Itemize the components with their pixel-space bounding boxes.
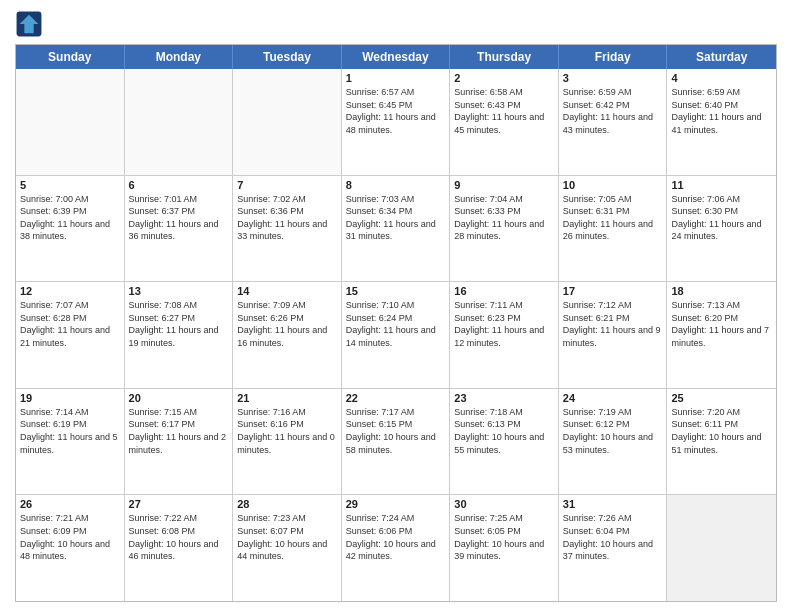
day-info: Sunrise: 7:25 AM Sunset: 6:05 PM Dayligh… [454, 512, 554, 562]
day-info: Sunrise: 7:07 AM Sunset: 6:28 PM Dayligh… [20, 299, 120, 349]
day-cell: 1Sunrise: 6:57 AM Sunset: 6:45 PM Daylig… [342, 69, 451, 175]
day-number: 29 [346, 498, 446, 510]
day-info: Sunrise: 7:11 AM Sunset: 6:23 PM Dayligh… [454, 299, 554, 349]
day-cell: 13Sunrise: 7:08 AM Sunset: 6:27 PM Dayli… [125, 282, 234, 388]
day-number: 3 [563, 72, 663, 84]
day-info: Sunrise: 6:59 AM Sunset: 6:42 PM Dayligh… [563, 86, 663, 136]
day-header-saturday: Saturday [667, 45, 776, 69]
day-header-thursday: Thursday [450, 45, 559, 69]
day-cell: 19Sunrise: 7:14 AM Sunset: 6:19 PM Dayli… [16, 389, 125, 495]
day-number: 1 [346, 72, 446, 84]
day-number: 31 [563, 498, 663, 510]
header [15, 10, 777, 38]
day-number: 28 [237, 498, 337, 510]
day-cell: 31Sunrise: 7:26 AM Sunset: 6:04 PM Dayli… [559, 495, 668, 601]
day-cell [125, 69, 234, 175]
day-info: Sunrise: 7:14 AM Sunset: 6:19 PM Dayligh… [20, 406, 120, 456]
day-info: Sunrise: 7:10 AM Sunset: 6:24 PM Dayligh… [346, 299, 446, 349]
day-cell: 28Sunrise: 7:23 AM Sunset: 6:07 PM Dayli… [233, 495, 342, 601]
calendar-body: 1Sunrise: 6:57 AM Sunset: 6:45 PM Daylig… [16, 69, 776, 601]
day-cell: 17Sunrise: 7:12 AM Sunset: 6:21 PM Dayli… [559, 282, 668, 388]
calendar: SundayMondayTuesdayWednesdayThursdayFrid… [15, 44, 777, 602]
day-cell: 12Sunrise: 7:07 AM Sunset: 6:28 PM Dayli… [16, 282, 125, 388]
day-number: 25 [671, 392, 772, 404]
day-info: Sunrise: 7:24 AM Sunset: 6:06 PM Dayligh… [346, 512, 446, 562]
day-number: 9 [454, 179, 554, 191]
day-cell: 8Sunrise: 7:03 AM Sunset: 6:34 PM Daylig… [342, 176, 451, 282]
day-number: 19 [20, 392, 120, 404]
day-cell: 25Sunrise: 7:20 AM Sunset: 6:11 PM Dayli… [667, 389, 776, 495]
day-info: Sunrise: 7:19 AM Sunset: 6:12 PM Dayligh… [563, 406, 663, 456]
day-info: Sunrise: 7:22 AM Sunset: 6:08 PM Dayligh… [129, 512, 229, 562]
day-info: Sunrise: 7:05 AM Sunset: 6:31 PM Dayligh… [563, 193, 663, 243]
day-info: Sunrise: 7:23 AM Sunset: 6:07 PM Dayligh… [237, 512, 337, 562]
day-info: Sunrise: 7:09 AM Sunset: 6:26 PM Dayligh… [237, 299, 337, 349]
day-info: Sunrise: 7:04 AM Sunset: 6:33 PM Dayligh… [454, 193, 554, 243]
day-number: 15 [346, 285, 446, 297]
day-number: 17 [563, 285, 663, 297]
day-cell: 16Sunrise: 7:11 AM Sunset: 6:23 PM Dayli… [450, 282, 559, 388]
day-cell: 27Sunrise: 7:22 AM Sunset: 6:08 PM Dayli… [125, 495, 234, 601]
day-cell: 24Sunrise: 7:19 AM Sunset: 6:12 PM Dayli… [559, 389, 668, 495]
day-header-wednesday: Wednesday [342, 45, 451, 69]
day-number: 18 [671, 285, 772, 297]
day-header-sunday: Sunday [16, 45, 125, 69]
day-cell: 5Sunrise: 7:00 AM Sunset: 6:39 PM Daylig… [16, 176, 125, 282]
day-number: 12 [20, 285, 120, 297]
day-number: 7 [237, 179, 337, 191]
day-number: 30 [454, 498, 554, 510]
day-cell [233, 69, 342, 175]
day-info: Sunrise: 7:15 AM Sunset: 6:17 PM Dayligh… [129, 406, 229, 456]
day-number: 5 [20, 179, 120, 191]
day-number: 26 [20, 498, 120, 510]
day-number: 11 [671, 179, 772, 191]
day-info: Sunrise: 7:20 AM Sunset: 6:11 PM Dayligh… [671, 406, 772, 456]
day-info: Sunrise: 7:00 AM Sunset: 6:39 PM Dayligh… [20, 193, 120, 243]
day-info: Sunrise: 7:18 AM Sunset: 6:13 PM Dayligh… [454, 406, 554, 456]
day-cell: 3Sunrise: 6:59 AM Sunset: 6:42 PM Daylig… [559, 69, 668, 175]
day-cell: 29Sunrise: 7:24 AM Sunset: 6:06 PM Dayli… [342, 495, 451, 601]
day-info: Sunrise: 6:59 AM Sunset: 6:40 PM Dayligh… [671, 86, 772, 136]
day-cell: 6Sunrise: 7:01 AM Sunset: 6:37 PM Daylig… [125, 176, 234, 282]
day-number: 4 [671, 72, 772, 84]
day-cell: 7Sunrise: 7:02 AM Sunset: 6:36 PM Daylig… [233, 176, 342, 282]
day-number: 13 [129, 285, 229, 297]
page: SundayMondayTuesdayWednesdayThursdayFrid… [0, 0, 792, 612]
day-cell: 15Sunrise: 7:10 AM Sunset: 6:24 PM Dayli… [342, 282, 451, 388]
day-cell: 10Sunrise: 7:05 AM Sunset: 6:31 PM Dayli… [559, 176, 668, 282]
day-header-monday: Monday [125, 45, 234, 69]
day-number: 6 [129, 179, 229, 191]
day-cell: 11Sunrise: 7:06 AM Sunset: 6:30 PM Dayli… [667, 176, 776, 282]
day-info: Sunrise: 7:21 AM Sunset: 6:09 PM Dayligh… [20, 512, 120, 562]
day-cell: 23Sunrise: 7:18 AM Sunset: 6:13 PM Dayli… [450, 389, 559, 495]
week-row-5: 26Sunrise: 7:21 AM Sunset: 6:09 PM Dayli… [16, 494, 776, 601]
day-number: 20 [129, 392, 229, 404]
day-header-tuesday: Tuesday [233, 45, 342, 69]
day-cell: 30Sunrise: 7:25 AM Sunset: 6:05 PM Dayli… [450, 495, 559, 601]
day-info: Sunrise: 7:26 AM Sunset: 6:04 PM Dayligh… [563, 512, 663, 562]
day-info: Sunrise: 7:13 AM Sunset: 6:20 PM Dayligh… [671, 299, 772, 349]
day-number: 14 [237, 285, 337, 297]
day-info: Sunrise: 7:08 AM Sunset: 6:27 PM Dayligh… [129, 299, 229, 349]
day-cell: 9Sunrise: 7:04 AM Sunset: 6:33 PM Daylig… [450, 176, 559, 282]
day-number: 10 [563, 179, 663, 191]
day-number: 23 [454, 392, 554, 404]
day-cell [667, 495, 776, 601]
day-number: 2 [454, 72, 554, 84]
day-info: Sunrise: 7:12 AM Sunset: 6:21 PM Dayligh… [563, 299, 663, 349]
day-cell: 4Sunrise: 6:59 AM Sunset: 6:40 PM Daylig… [667, 69, 776, 175]
day-info: Sunrise: 6:57 AM Sunset: 6:45 PM Dayligh… [346, 86, 446, 136]
day-info: Sunrise: 7:02 AM Sunset: 6:36 PM Dayligh… [237, 193, 337, 243]
week-row-1: 1Sunrise: 6:57 AM Sunset: 6:45 PM Daylig… [16, 69, 776, 175]
day-number: 22 [346, 392, 446, 404]
day-info: Sunrise: 7:03 AM Sunset: 6:34 PM Dayligh… [346, 193, 446, 243]
day-cell: 18Sunrise: 7:13 AM Sunset: 6:20 PM Dayli… [667, 282, 776, 388]
day-number: 16 [454, 285, 554, 297]
day-headers: SundayMondayTuesdayWednesdayThursdayFrid… [16, 45, 776, 69]
logo-icon [15, 10, 43, 38]
week-row-3: 12Sunrise: 7:07 AM Sunset: 6:28 PM Dayli… [16, 281, 776, 388]
week-row-2: 5Sunrise: 7:00 AM Sunset: 6:39 PM Daylig… [16, 175, 776, 282]
day-info: Sunrise: 7:16 AM Sunset: 6:16 PM Dayligh… [237, 406, 337, 456]
day-cell: 26Sunrise: 7:21 AM Sunset: 6:09 PM Dayli… [16, 495, 125, 601]
day-cell: 14Sunrise: 7:09 AM Sunset: 6:26 PM Dayli… [233, 282, 342, 388]
